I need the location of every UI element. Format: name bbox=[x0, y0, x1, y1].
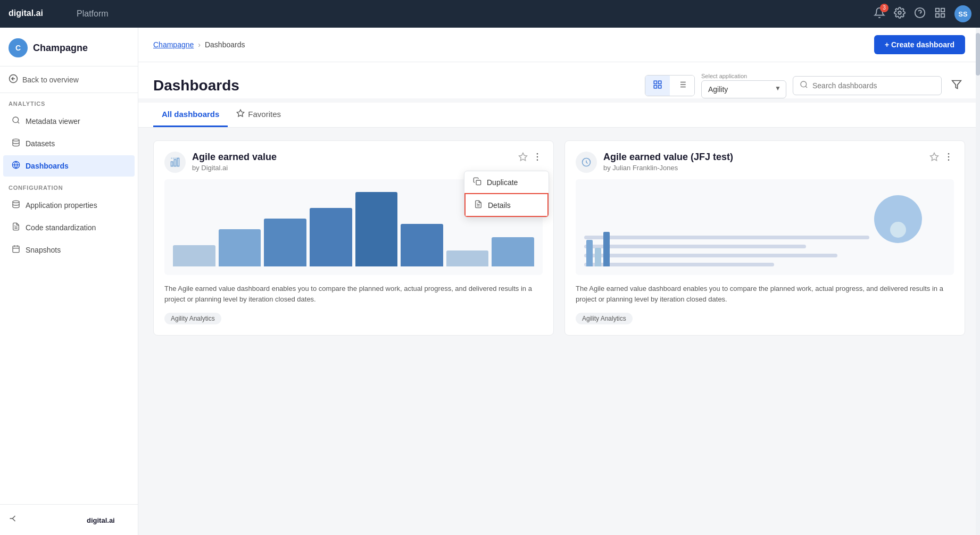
settings-icon[interactable] bbox=[894, 7, 906, 21]
platform-label: Platform bbox=[77, 9, 109, 19]
help-icon[interactable] bbox=[914, 7, 926, 21]
grid-view-button[interactable] bbox=[645, 76, 670, 96]
database-icon bbox=[12, 200, 20, 211]
tab-favorites[interactable]: Favorites bbox=[228, 103, 289, 127]
sidebar-item-metadata-viewer[interactable]: Metadata viewer bbox=[3, 111, 135, 132]
tab-all-dashboards[interactable]: All dashboards bbox=[153, 103, 228, 127]
user-avatar[interactable]: SS bbox=[954, 5, 971, 22]
sidebar: C Champagne Back to overview ANALYTICS M… bbox=[0, 28, 138, 535]
svg-point-42 bbox=[537, 153, 538, 155]
svg-rect-24 bbox=[654, 81, 657, 83]
sidebar-item-label: Datasets bbox=[26, 139, 55, 148]
bar bbox=[219, 229, 261, 266]
calendar-icon bbox=[12, 245, 20, 255]
card-chart-preview bbox=[576, 179, 954, 275]
details-icon bbox=[474, 200, 483, 210]
scrollbar[interactable] bbox=[976, 28, 980, 535]
card-header: Agile earned value (JFJ test) by Julian … bbox=[565, 141, 965, 179]
tabs: All dashboards Favorites bbox=[138, 103, 980, 128]
search-input[interactable] bbox=[812, 77, 935, 95]
database-icon bbox=[12, 138, 20, 149]
view-toggle bbox=[645, 75, 695, 96]
select-application-dropdown[interactable]: Agility bbox=[701, 80, 786, 98]
sidebar-item-dashboards[interactable]: Dashboards bbox=[3, 155, 135, 177]
sidebar-footer: digital.ai bbox=[0, 504, 138, 535]
context-menu-details[interactable]: Details bbox=[464, 193, 549, 217]
bar bbox=[401, 224, 443, 266]
svg-point-44 bbox=[537, 160, 538, 161]
star-icon bbox=[236, 109, 245, 119]
dashboard-content: Agile earned value by Digital.ai bbox=[138, 128, 980, 535]
card-title: Agile earned value bbox=[192, 152, 512, 163]
svg-marker-41 bbox=[519, 153, 527, 161]
sidebar-item-label: Dashboards bbox=[26, 162, 69, 170]
dashboard-card-agile-earned-value: Agile earned value by Digital.ai bbox=[153, 140, 554, 336]
nav-left: digital.ai Platform bbox=[9, 7, 109, 21]
card-favorite-star[interactable] bbox=[929, 152, 939, 164]
sidebar-item-label: Snapshots bbox=[26, 246, 61, 254]
bar bbox=[492, 237, 534, 266]
back-arrow-icon bbox=[9, 74, 18, 85]
main-content: Champagne › Dashboards + Create dashboar… bbox=[138, 28, 980, 535]
dashboard-grid: Agile earned value by Digital.ai bbox=[153, 140, 965, 336]
logo: digital.ai bbox=[9, 7, 67, 21]
svg-rect-7 bbox=[941, 13, 944, 16]
context-menu-duplicate[interactable]: Duplicate bbox=[464, 171, 549, 193]
card-subtitle: by Julian Franklin-Jones bbox=[603, 164, 923, 172]
card-title: Agile earned value (JFJ test) bbox=[603, 152, 923, 163]
svg-rect-45 bbox=[476, 180, 481, 185]
svg-point-50 bbox=[948, 153, 950, 155]
svg-point-15 bbox=[13, 200, 19, 203]
notification-count: 3 bbox=[880, 4, 888, 12]
bar bbox=[355, 192, 398, 266]
create-dashboard-button[interactable]: + Create dashboard bbox=[874, 35, 965, 54]
file-icon bbox=[12, 222, 20, 233]
main-layout: C Champagne Back to overview ANALYTICS M… bbox=[0, 28, 980, 535]
breadcrumb-link[interactable]: Champagne bbox=[153, 40, 194, 49]
svg-rect-39 bbox=[174, 160, 176, 166]
list-view-button[interactable] bbox=[670, 76, 694, 96]
svg-point-1 bbox=[898, 11, 901, 14]
card-more-menu-button[interactable] bbox=[943, 152, 954, 165]
svg-rect-40 bbox=[177, 158, 179, 166]
card-actions bbox=[929, 152, 954, 165]
breadcrumb: Champagne › Dashboards + Create dashboar… bbox=[138, 28, 980, 62]
circle-inner bbox=[890, 222, 906, 238]
svg-rect-6 bbox=[936, 13, 939, 16]
back-to-overview[interactable]: Back to overview bbox=[0, 66, 138, 93]
notifications-icon[interactable]: 3 bbox=[874, 7, 885, 21]
svg-marker-37 bbox=[237, 110, 244, 116]
sidebar-item-label: Metadata viewer bbox=[26, 117, 80, 126]
tab-favorites-label: Favorites bbox=[248, 110, 281, 119]
sidebar-item-code-standardization[interactable]: Code standardization bbox=[3, 217, 135, 238]
duplicate-icon bbox=[473, 177, 481, 187]
context-menu: Duplicate Details bbox=[464, 171, 549, 218]
sidebar-item-snapshots[interactable]: Snapshots bbox=[3, 239, 135, 261]
svg-point-34 bbox=[801, 81, 807, 87]
analytics-section-label: ANALYTICS bbox=[0, 93, 138, 110]
bar bbox=[446, 250, 489, 266]
sidebar-item-datasets[interactable]: Datasets bbox=[3, 133, 135, 154]
svg-rect-38 bbox=[171, 162, 173, 166]
svg-line-35 bbox=[805, 86, 807, 88]
top-navigation: digital.ai Platform 3 SS bbox=[0, 0, 980, 28]
select-app-label: Select application bbox=[701, 73, 786, 79]
sidebar-collapse-button[interactable] bbox=[9, 513, 19, 526]
svg-rect-18 bbox=[13, 246, 19, 253]
svg-marker-36 bbox=[952, 80, 961, 88]
card-more-menu-button[interactable] bbox=[532, 152, 543, 165]
apps-icon[interactable] bbox=[934, 7, 946, 21]
select-application-wrapper: Select application Agility ▼ bbox=[701, 73, 786, 98]
search-icon bbox=[12, 116, 20, 127]
scrollbar-thumb[interactable] bbox=[976, 33, 980, 76]
card-title-wrap: Agile earned value (JFJ test) by Julian … bbox=[603, 152, 923, 172]
card-tag: Agility Analytics bbox=[164, 313, 221, 324]
breadcrumb-current: Dashboards bbox=[205, 40, 245, 49]
filter-button[interactable] bbox=[948, 76, 965, 96]
svg-marker-49 bbox=[931, 153, 939, 161]
sidebar-item-application-properties[interactable]: Application properties bbox=[3, 195, 135, 216]
card-favorite-star[interactable] bbox=[518, 152, 528, 164]
svg-rect-26 bbox=[654, 86, 657, 88]
card-actions bbox=[518, 152, 543, 165]
svg-point-51 bbox=[948, 156, 950, 158]
